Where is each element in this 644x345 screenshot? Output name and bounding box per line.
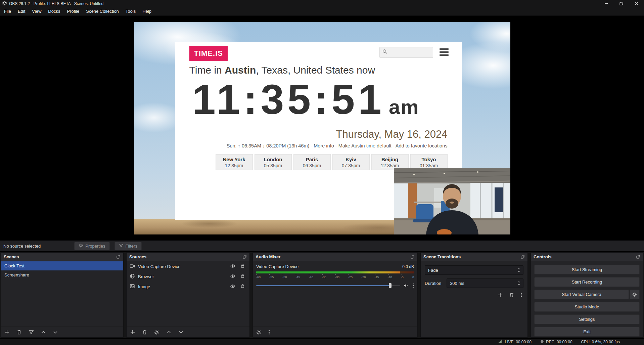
remove-transition-button[interactable] [509,292,514,298]
globe-icon [130,273,135,280]
audio-mixer-dock-header: Audio Mixer [253,253,417,261]
controls-dock: Controls Start Streaming Start Recording… [531,252,643,338]
visibility-eye-icon[interactable] [230,284,235,290]
mixer-kebab-icon[interactable] [268,330,270,335]
lock-icon[interactable] [240,284,245,290]
program-canvas[interactable]: TIME.IS Time in Austin, Texas, United St… [134,22,510,234]
menu-help[interactable]: Help [139,7,155,15]
move-scene-down-button[interactable] [53,330,58,335]
start-recording-button[interactable]: Start Recording [534,277,640,287]
minimize-button[interactable] [599,0,614,7]
duration-label: Duration [425,281,441,286]
titlebar: OBS 29.1.2 - Profile: LLHLS BETA - Scene… [0,0,644,7]
window-controls [599,0,644,7]
source-properties-button[interactable] [154,330,159,335]
popout-icon[interactable] [520,255,525,259]
remove-scene-button[interactable] [16,330,22,335]
audio-mixer-title: Audio Mixer [256,254,280,259]
restore-button[interactable] [614,0,629,7]
world-clocks: New York12:35pm London05:35pm Paris06:35… [216,154,448,170]
visibility-eye-icon[interactable] [230,273,235,280]
kebab-menu-icon[interactable] [412,283,414,288]
menu-docks[interactable]: Docks [45,7,63,15]
start-streaming-button[interactable]: Start Streaming [534,265,640,274]
filters-label: Filters [126,244,137,249]
popout-icon[interactable] [410,255,415,259]
duration-spinbox[interactable]: 300 ms [447,278,523,288]
speaker-icon[interactable] [404,283,409,288]
live-time: LIVE: 00:00:00 [505,340,531,344]
transition-select[interactable]: Fade [425,265,523,275]
add-scene-button[interactable] [4,330,10,335]
transition-kebab-icon[interactable] [520,292,522,298]
transitions-title: Scene Transitions [423,254,461,259]
start-virtual-camera-button[interactable]: Start Virtual Camera [534,290,629,299]
rec-status: REC: 00:00:00 [540,340,572,344]
add-source-button[interactable] [130,330,135,335]
volume-slider-handle[interactable] [389,283,392,288]
lock-icon[interactable] [240,263,245,270]
gear-icon [79,243,83,249]
source-item[interactable]: Image [127,282,249,292]
webcam-overlay [394,168,510,234]
volume-slider[interactable] [256,285,400,286]
source-item[interactable]: Browser [127,271,249,282]
source-item[interactable]: Video Capture Device [127,261,249,271]
move-scene-up-button[interactable] [41,330,46,335]
menu-edit[interactable]: Edit [14,7,29,15]
remove-source-button[interactable] [142,330,147,335]
close-button[interactable] [629,0,644,7]
popout-icon[interactable] [242,255,247,259]
scene-transitions-dock: Scene Transitions Fade Duration 300 ms [420,252,528,338]
visibility-eye-icon[interactable] [230,263,235,270]
scene-item[interactable]: Screenshare [1,270,123,279]
duration-value: 300 ms [450,281,464,286]
scene-item[interactable]: Clock Test [1,261,123,270]
menu-file[interactable]: File [1,7,14,15]
timeis-clock: 11:35:51 am [192,73,419,126]
performance-stats: CPU: 0.6%, 30.00 fps [581,340,620,344]
sources-dock: Sources Video Capture Device [126,252,250,338]
make-default-link: Make Austin time default [338,143,392,148]
record-icon [540,340,544,344]
select-arrows-icon[interactable] [516,268,522,272]
popout-icon[interactable] [636,255,640,259]
add-favorite-link: Add to favorite locations [396,143,448,148]
menu-scene-collection[interactable]: Scene Collection [83,7,122,15]
sources-list: Video Capture Device Browser [127,261,249,327]
filters-button[interactable]: Filters [114,242,142,250]
menubar: File Edit View Docks Profile Scene Colle… [0,7,644,16]
settings-button[interactable]: Settings [534,314,640,324]
link-separator: - [335,143,337,148]
timeis-sun-line: Sun: ↑ 06:35AM ↓ 08:20PM (13h 46m) - Mor… [227,143,448,148]
scene-label: Screenshare [4,272,29,277]
scene-filters-button[interactable] [29,330,34,335]
add-transition-button[interactable] [498,292,503,298]
exit-button[interactable]: Exit [534,327,640,337]
cloud [470,22,510,52]
rec-time: REC: 00:00:00 [546,340,572,344]
spinbox-arrows-icon[interactable] [516,281,522,285]
source-label: Browser [138,274,227,279]
menu-profile[interactable]: Profile [63,7,83,15]
virtual-camera-settings-button[interactable] [630,290,640,299]
mixer-level-db: 0.0 dB [402,264,414,269]
properties-button[interactable]: Properties [74,242,109,250]
menu-tools[interactable]: Tools [122,7,139,15]
sun-info: Sun: ↑ 06:35AM ↓ 08:20PM (13h 46m) - [227,143,313,148]
scenes-dock-header: Scenes [1,253,123,261]
popout-icon[interactable] [116,255,121,259]
move-source-up-button[interactable] [166,330,172,335]
lock-icon[interactable] [240,273,245,280]
sources-title: Sources [129,254,146,259]
network-icon [498,339,503,344]
audio-mixer-dock: Audio Mixer Video Capture Device 0.0 dB … [252,252,418,338]
preview-area: TIME.IS Time in Austin, Texas, United St… [0,16,644,240]
advanced-audio-gear-icon[interactable] [256,330,262,335]
hamburger-menu-icon [440,48,449,57]
world-clock: Tokyo01:35am [410,154,448,170]
studio-mode-button[interactable]: Studio Mode [534,302,640,312]
move-source-down-button[interactable] [178,330,184,335]
meter-tick-marks [256,274,414,275]
menu-view[interactable]: View [29,7,45,15]
